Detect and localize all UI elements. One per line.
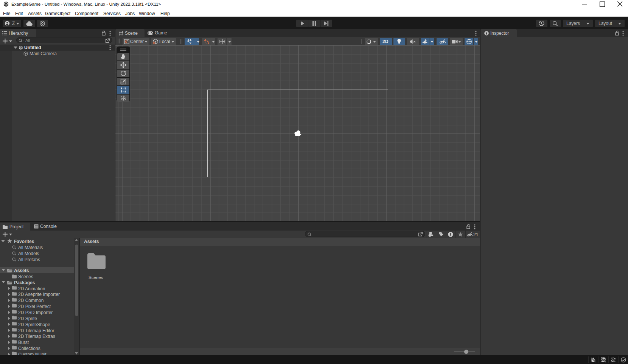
svg-text:All Materials: All Materials xyxy=(18,245,43,250)
svg-text:2D SpriteShape: 2D SpriteShape xyxy=(18,322,50,327)
svg-text:Scenes: Scenes xyxy=(18,274,33,279)
svg-text:Packages: Packages xyxy=(14,280,35,285)
svg-text:2D Pixel Perfect: 2D Pixel Perfect xyxy=(18,304,51,309)
svg-text:All Prefabs: All Prefabs xyxy=(18,257,40,262)
svg-text:Favorites: Favorites xyxy=(14,239,34,244)
svg-text:Burst: Burst xyxy=(18,340,29,345)
svg-text:Assets: Assets xyxy=(14,268,29,273)
svg-text:2D Common: 2D Common xyxy=(18,298,44,303)
svg-text:Collections: Collections xyxy=(18,346,40,351)
svg-text:All Models: All Models xyxy=(18,251,39,256)
svg-text:Custom NUnit: Custom NUnit xyxy=(18,352,47,355)
svg-text:2D PSD Importer: 2D PSD Importer xyxy=(18,310,53,315)
svg-text:2D Sprite: 2D Sprite xyxy=(18,316,37,321)
svg-text:2D Tilemap Extras: 2D Tilemap Extras xyxy=(18,334,55,339)
svg-text:2D Tilemap Editor: 2D Tilemap Editor xyxy=(18,328,54,333)
svg-text:Y: Y xyxy=(189,41,191,45)
svg-text:2D Aseprite Importer: 2D Aseprite Importer xyxy=(18,292,60,297)
svg-text:2D Animation: 2D Animation xyxy=(18,286,45,291)
